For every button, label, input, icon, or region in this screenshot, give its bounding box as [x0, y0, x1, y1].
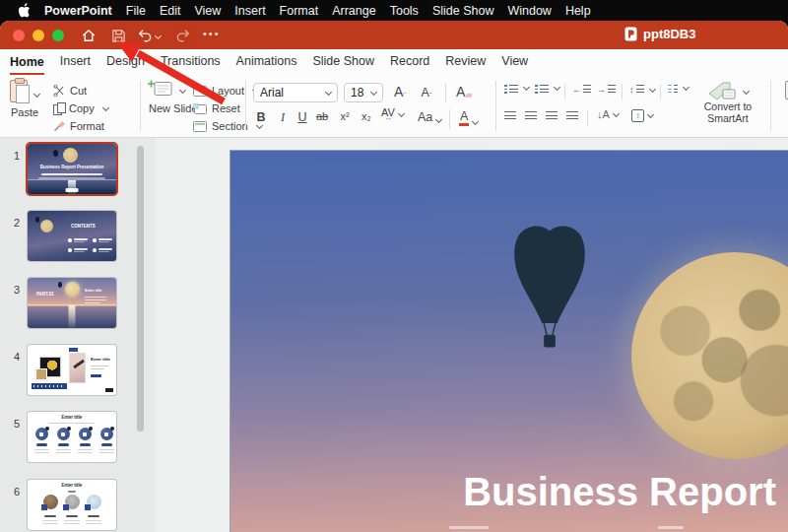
menubar-item-tools[interactable]: Tools: [390, 4, 419, 18]
section-button[interactable]: Section: [193, 118, 262, 134]
more-toolbar-commands-button[interactable]: •••: [203, 28, 221, 39]
menubar-item-insert[interactable]: Insert: [234, 4, 265, 18]
menubar-item-edit[interactable]: Edit: [160, 4, 181, 18]
chevron-down-icon[interactable]: [743, 88, 750, 95]
align-right-button[interactable]: [546, 111, 558, 122]
divider: [449, 109, 450, 129]
slide-thumbnail-1[interactable]: Business Report Presentation: [26, 142, 118, 196]
convert-to-smartart-button[interactable]: Convert toSmartArt: [691, 81, 764, 124]
character-spacing-button[interactable]: AV↔: [381, 109, 404, 120]
moon-image[interactable]: [631, 252, 788, 459]
tab-review[interactable]: Review: [445, 54, 486, 75]
slide-thumbnail-panel: 1 Business Report Presentation 2: [0, 138, 156, 532]
minimize-window-button[interactable]: [33, 30, 44, 41]
hot-air-balloon-image[interactable]: [509, 223, 590, 351]
chevron-down-icon[interactable]: [472, 118, 479, 125]
zoom-window-button[interactable]: [52, 30, 64, 41]
font-size-select[interactable]: 18: [344, 83, 383, 102]
redo-icon[interactable]: [173, 26, 193, 45]
font-family-select[interactable]: Arial: [253, 83, 338, 102]
menubar-item-view[interactable]: View: [194, 4, 221, 18]
thumbnail-scrollbar[interactable]: [137, 146, 144, 432]
photo-mini: [69, 353, 86, 383]
chevron-down-icon[interactable]: [613, 110, 620, 117]
chevron-down-icon[interactable]: [179, 87, 186, 94]
reset-button[interactable]: Reset: [193, 100, 262, 116]
text-direction-button[interactable]: ↓A: [597, 109, 619, 120]
chevron-down-icon[interactable]: [648, 86, 655, 93]
undo-icon[interactable]: [134, 26, 154, 45]
grow-font-button[interactable]: Aˆ: [393, 84, 407, 100]
menubar-item-arrange[interactable]: Arrange: [332, 4, 375, 18]
bold-button[interactable]: B: [254, 110, 268, 124]
chevron-down-icon[interactable]: [435, 116, 442, 123]
strikethrough-button[interactable]: ab: [315, 110, 329, 122]
menubar-item-file[interactable]: File: [126, 4, 146, 18]
slide-thumbnail-2[interactable]: CONTENTS: [28, 211, 116, 261]
bullets-button[interactable]: [504, 85, 529, 96]
format-painter-button[interactable]: Format: [53, 118, 108, 134]
divider: [622, 84, 623, 100]
picture-button[interactable]: Pic: [777, 81, 788, 115]
tab-transitions[interactable]: Transitions: [161, 54, 221, 75]
copy-button[interactable]: Copy: [53, 100, 108, 116]
numbered-list-icon: [540, 85, 549, 96]
menubar-item-powerpoint[interactable]: PowerPoint: [44, 4, 112, 18]
align-text-button[interactable]: ↕: [631, 109, 653, 122]
justify-button[interactable]: [566, 111, 578, 122]
cut-button[interactable]: Cut: [53, 83, 108, 99]
save-icon[interactable]: [108, 26, 128, 45]
menubar-item-slideshow[interactable]: Slide Show: [432, 4, 494, 18]
new-slide-button[interactable]: New Slide: [147, 80, 186, 115]
tab-design[interactable]: Design: [106, 54, 145, 75]
decrease-indent-button[interactable]: ←: [572, 85, 591, 96]
slide-canvas[interactable]: Business Report: [230, 150, 788, 532]
slide-thumbnail-5[interactable]: Enter title: [28, 412, 116, 462]
slide-thumbnail-4[interactable]: Enter title: [28, 345, 116, 395]
underline-button[interactable]: U: [296, 110, 309, 124]
tab-animations[interactable]: Animations: [236, 54, 297, 75]
chevron-down-icon[interactable]: [683, 84, 690, 91]
divider: [660, 84, 661, 100]
undo-menu-chevron-icon[interactable]: [155, 33, 162, 39]
slide-thumbnail-6[interactable]: Enter title: [28, 480, 116, 530]
close-window-button[interactable]: [13, 30, 25, 41]
change-case-button[interactable]: Aa: [418, 110, 441, 124]
chevron-down-icon[interactable]: [102, 103, 109, 110]
numbering-button[interactable]: [535, 85, 559, 96]
superscript-button[interactable]: x²: [338, 110, 352, 122]
tab-record[interactable]: Record: [390, 54, 429, 75]
divider: [245, 81, 246, 131]
chevron-down-icon[interactable]: [398, 110, 405, 117]
chevron-down-icon[interactable]: [553, 84, 559, 91]
align-left-button[interactable]: [504, 111, 516, 122]
home-icon[interactable]: [79, 26, 98, 45]
layout-button[interactable]: Layout: [193, 83, 262, 99]
italic-button[interactable]: I: [276, 110, 290, 125]
line-spacing-button[interactable]: ↕: [629, 85, 655, 96]
clear-formatting-button[interactable]: A: [456, 84, 472, 100]
subscript-button[interactable]: x₂: [360, 110, 373, 122]
tab-home[interactable]: Home: [10, 55, 44, 76]
chevron-down-icon[interactable]: [647, 111, 654, 118]
font-color-button[interactable]: A: [459, 109, 478, 126]
align-center-button[interactable]: [525, 111, 537, 122]
slide-number: 2: [4, 217, 20, 229]
powerpoint-window: ••• ppt8DB3 Home Insert Design Transitio…: [0, 21, 788, 532]
shrink-font-button[interactable]: Aˇ: [420, 86, 433, 100]
chevron-down-icon[interactable]: [522, 84, 529, 91]
slide-thumbnail-3[interactable]: PART.01 Enter title: [28, 278, 116, 328]
menubar-item-help[interactable]: Help: [565, 4, 591, 18]
apple-icon[interactable]: [18, 3, 31, 19]
increase-indent-button[interactable]: →: [597, 85, 616, 96]
paste-button[interactable]: Paste: [10, 80, 39, 118]
tab-slideshow[interactable]: Slide Show: [312, 54, 374, 75]
menubar-item-window[interactable]: Window: [507, 4, 551, 18]
menubar-item-format[interactable]: Format: [280, 4, 319, 18]
slide-title-text[interactable]: Business Report: [463, 470, 776, 514]
chevron-down-icon[interactable]: [33, 91, 40, 98]
tab-insert[interactable]: Insert: [60, 54, 91, 75]
section-icon: [193, 121, 207, 132]
tab-view[interactable]: View: [501, 54, 528, 75]
columns-button[interactable]: [668, 85, 689, 96]
